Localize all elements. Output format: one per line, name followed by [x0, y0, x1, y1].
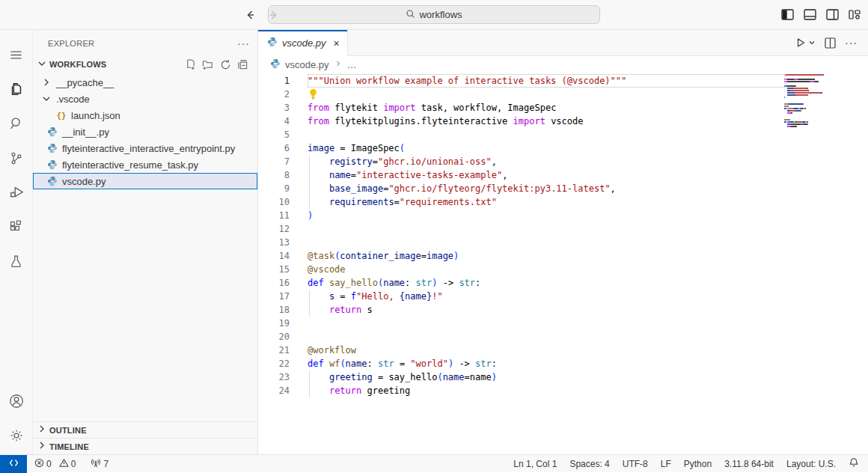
run-button[interactable] — [795, 37, 816, 49]
timeline-section-header[interactable]: TIMELINE — [33, 438, 257, 454]
code-line[interactable]: 6image = ImageSpec( — [258, 141, 868, 155]
tree-item[interactable]: __init__.py — [33, 123, 257, 140]
workspace-section-header[interactable]: WORKFLOWS — [33, 56, 257, 73]
status-item[interactable]: Ln 1, Col 1 — [513, 459, 557, 469]
line-text: base_image="ghcr.io/flyteorg/flytekit:py… — [308, 182, 616, 195]
line-number: 7 — [258, 155, 308, 168]
code-line[interactable]: 10 requirements="requirements.txt" — [258, 195, 868, 209]
back-arrow-icon[interactable] — [244, 9, 256, 21]
tree-item-label: __pycache__ — [56, 77, 114, 88]
forwarded-ports[interactable]: 7 — [91, 458, 109, 470]
breadcrumb[interactable]: vscode.py … — [258, 56, 868, 73]
search-value: workflows — [419, 9, 462, 20]
ports-count: 7 — [103, 459, 109, 469]
line-number: 20 — [258, 330, 308, 344]
collapse-all-icon[interactable] — [237, 59, 248, 70]
code-line[interactable]: 22def wf(name: str = "world") -> str: — [258, 357, 868, 370]
line-number: 17 — [258, 290, 308, 303]
activity-bar-testing[interactable] — [0, 245, 33, 280]
toggle-panel-icon[interactable] — [804, 9, 816, 20]
code-line[interactable]: 5 — [258, 128, 868, 141]
command-center-search[interactable]: workflows — [268, 5, 600, 24]
activity-bar-settings[interactable] — [0, 420, 33, 454]
code-line[interactable]: 18 return s — [258, 303, 868, 317]
activity-bar-search[interactable] — [0, 108, 33, 142]
line-text: ) — [308, 209, 313, 222]
error-icon — [34, 458, 44, 470]
breadcrumb-symbol[interactable]: … — [347, 59, 357, 70]
code-line[interactable]: 19 — [258, 317, 868, 330]
line-text: @task(container_image=image) — [308, 249, 459, 263]
activity-bar-source-control[interactable] — [0, 142, 33, 177]
code-line[interactable]: 13 — [258, 236, 868, 249]
line-number: 14 — [258, 249, 308, 263]
tree-item-label: flyteinteractive_resume_task.py — [62, 159, 198, 171]
breadcrumb-file[interactable]: vscode.py — [285, 59, 329, 70]
forward-arrow-icon[interactable] — [268, 9, 280, 21]
split-editor-icon[interactable] — [825, 37, 836, 49]
new-file-icon[interactable] — [185, 59, 196, 70]
code-line[interactable]: 23 greeting = say_hello(name=name) — [258, 370, 868, 384]
line-text: requirements="requirements.txt" — [308, 195, 497, 209]
line-text: return s — [308, 303, 373, 317]
toggle-sidebar-icon[interactable] — [781, 9, 794, 20]
code-line[interactable]: 4from flytekitplugins.flyteinteractive i… — [258, 115, 868, 128]
lightbulb-icon[interactable] — [308, 88, 319, 100]
tree-item[interactable]: flyteinteractive_interactive_entrypoint.… — [33, 140, 257, 156]
tree-item[interactable]: __pycache__ — [33, 74, 257, 91]
code-line[interactable]: 7 registry="ghcr.io/unionai-oss", — [258, 155, 868, 168]
editor-more-actions-button[interactable]: ··· — [845, 37, 858, 49]
toggle-secondary-sidebar-icon[interactable] — [826, 9, 839, 20]
status-item[interactable]: UTF-8 — [623, 459, 648, 469]
code-line[interactable]: 3from flytekit import task, workflow, Im… — [258, 101, 868, 115]
code-line[interactable]: 1"""Union workflow example of interactiv… — [258, 74, 868, 88]
line-number: 5 — [258, 128, 308, 141]
refresh-icon[interactable] — [220, 59, 231, 70]
python-file-icon — [270, 58, 281, 71]
outline-section-header[interactable]: OUTLINE — [33, 421, 257, 438]
menu-icon — [8, 47, 24, 66]
tab-vscode-py[interactable]: vscode.py × — [258, 30, 348, 56]
status-item[interactable]: Layout: U.S. — [786, 459, 836, 469]
status-item[interactable]: Python — [684, 459, 712, 469]
code-line[interactable]: 8 name="interactive-tasks-example", — [258, 168, 868, 182]
code-line[interactable]: 24 return greeting — [258, 384, 868, 397]
line-text: from flytekitplugins.flyteinteractive im… — [308, 115, 583, 128]
customize-layout-icon[interactable] — [849, 9, 861, 20]
code-line[interactable]: 14@task(container_image=image) — [258, 249, 868, 263]
problems-warnings[interactable]: 0 — [59, 458, 76, 470]
status-item[interactable]: Spaces: 4 — [569, 459, 609, 469]
new-folder-icon[interactable] — [202, 59, 214, 70]
tree-item[interactable]: .vscode — [33, 91, 257, 107]
code-line[interactable]: 12 — [258, 222, 868, 236]
line-text: def wf(name: str = "world") -> str: — [308, 357, 497, 370]
explorer-more-button[interactable]: ··· — [237, 37, 250, 49]
code-line[interactable]: 2 — [258, 88, 868, 101]
activity-bar-run-debug[interactable] — [0, 177, 33, 211]
problems-errors[interactable]: 0 — [34, 458, 52, 470]
activity-bar-extensions[interactable] — [0, 211, 33, 245]
status-item[interactable]: 3.11.8 64-bit — [724, 459, 774, 469]
tree-item[interactable]: flyteinteractive_resume_task.py — [33, 156, 257, 173]
extensions-icon — [8, 219, 24, 238]
activity-bar-explorer[interactable] — [0, 73, 33, 108]
status-item[interactable]: LF — [661, 459, 671, 469]
tree-item[interactable]: vscode.py — [33, 173, 257, 189]
workspace-name: WORKFLOWS — [49, 60, 106, 69]
tree-item[interactable]: {}launch.json — [33, 107, 257, 123]
code-editor[interactable]: 1"""Union workflow example of interactiv… — [258, 73, 868, 454]
code-line[interactable]: 21@workflow — [258, 344, 868, 357]
code-line[interactable]: 9 base_image="ghcr.io/flyteorg/flytekit:… — [258, 182, 868, 195]
activity-bar-menu[interactable] — [0, 39, 33, 73]
chevron-down-icon — [40, 93, 52, 105]
code-line[interactable]: 15@vscode — [258, 263, 868, 276]
close-tab-icon[interactable]: × — [334, 37, 340, 49]
activity-bar-account[interactable] — [0, 385, 33, 420]
remote-indicator[interactable] — [0, 455, 27, 473]
code-line[interactable]: 11) — [258, 209, 868, 222]
code-line[interactable]: 17 s = f"Hello, {name}!" — [258, 290, 868, 303]
code-line[interactable]: 20 — [258, 330, 868, 344]
code-line[interactable]: 16def say_hello(name: str) -> str: — [258, 276, 868, 290]
chevron-right-icon — [36, 423, 48, 437]
bell-icon[interactable] — [849, 457, 859, 470]
